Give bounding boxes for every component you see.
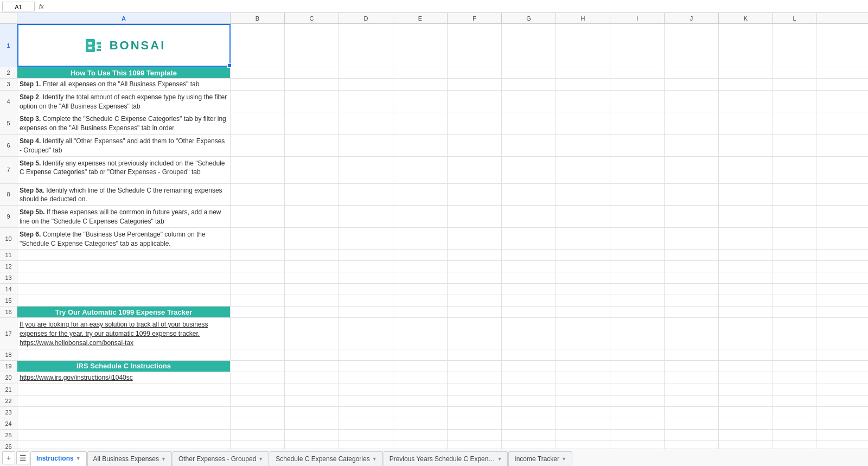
tab-other-expenses-grouped[interactable]: Other Expenses - Grouped ▼ xyxy=(173,451,269,467)
cell-l4[interactable] xyxy=(773,91,816,112)
cell-g2[interactable] xyxy=(502,67,556,78)
tab-income-tracker[interactable]: Income Tracker ▼ xyxy=(508,451,572,467)
cell-k1[interactable] xyxy=(719,24,773,67)
cell-h8[interactable] xyxy=(556,184,610,206)
cell-i5[interactable] xyxy=(610,112,665,134)
cell-reference[interactable]: A1 xyxy=(2,2,35,11)
cell-k8[interactable] xyxy=(719,184,773,206)
cell-f5[interactable] xyxy=(448,112,502,134)
cell-g8[interactable] xyxy=(502,184,556,206)
col-header-b[interactable]: B xyxy=(231,13,285,23)
col-header-d[interactable]: D xyxy=(339,13,393,23)
col-header-a[interactable]: A xyxy=(17,13,231,23)
cell-g6[interactable] xyxy=(502,135,556,156)
cell-f1[interactable] xyxy=(448,24,502,67)
col-header-f[interactable]: F xyxy=(448,13,502,23)
cell-l8[interactable] xyxy=(773,184,816,206)
col-header-k[interactable]: K xyxy=(719,13,773,23)
tab-previous-years[interactable]: Previous Years Schedule C Expen… ▼ xyxy=(384,451,508,467)
cell-h10[interactable] xyxy=(556,228,610,250)
cell-d3[interactable] xyxy=(339,79,393,90)
cell-c8[interactable] xyxy=(285,184,339,206)
cell-h2[interactable] xyxy=(556,67,610,78)
col-header-h[interactable]: H xyxy=(556,13,610,23)
cell-j4[interactable] xyxy=(665,91,719,112)
cell-b7[interactable] xyxy=(231,157,285,183)
cell-a16[interactable]: Try Our Automatic 1099 Expense Tracker xyxy=(17,307,231,317)
cell-d1[interactable] xyxy=(339,24,393,67)
cell-k10[interactable] xyxy=(719,228,773,250)
cell-a2[interactable]: How To Use This 1099 Template xyxy=(17,67,231,78)
cell-j5[interactable] xyxy=(665,112,719,134)
cell-d5[interactable] xyxy=(339,112,393,134)
tab-instructions[interactable]: Instructions ▼ xyxy=(30,451,87,467)
cell-g4[interactable] xyxy=(502,91,556,112)
cell-c9[interactable] xyxy=(285,206,339,227)
cell-h4[interactable] xyxy=(556,91,610,112)
cell-i7[interactable] xyxy=(610,157,665,183)
cell-h3[interactable] xyxy=(556,79,610,90)
cell-i10[interactable] xyxy=(610,228,665,250)
cell-f4[interactable] xyxy=(448,91,502,112)
cell-h6[interactable] xyxy=(556,135,610,156)
cell-k5[interactable] xyxy=(719,112,773,134)
formula-input[interactable] xyxy=(48,3,866,10)
cell-j3[interactable] xyxy=(665,79,719,90)
cell-g5[interactable] xyxy=(502,112,556,134)
cell-i2[interactable] xyxy=(610,67,665,78)
cell-b8[interactable] xyxy=(231,184,285,206)
cell-c7[interactable] xyxy=(285,157,339,183)
cell-i9[interactable] xyxy=(610,206,665,227)
col-header-g[interactable]: G xyxy=(502,13,556,23)
cell-d4[interactable] xyxy=(339,91,393,112)
cell-h5[interactable] xyxy=(556,112,610,134)
col-header-c[interactable]: C xyxy=(285,13,339,23)
cell-d6[interactable] xyxy=(339,135,393,156)
cell-g9[interactable] xyxy=(502,206,556,227)
cell-d10[interactable] xyxy=(339,228,393,250)
cell-c1[interactable] xyxy=(285,24,339,67)
cell-b6[interactable] xyxy=(231,135,285,156)
cell-c10[interactable] xyxy=(285,228,339,250)
cell-i3[interactable] xyxy=(610,79,665,90)
cell-l7[interactable] xyxy=(773,157,816,183)
cell-a6[interactable]: Step 4. Identify all "Other Expenses" an… xyxy=(17,135,231,156)
cell-a8[interactable]: Step 5a. Identify which line of the Sche… xyxy=(17,184,231,206)
cell-b2[interactable] xyxy=(231,67,285,78)
cell-d8[interactable] xyxy=(339,184,393,206)
tab-all-business-expenses[interactable]: All Business Expenses ▼ xyxy=(87,451,172,467)
cell-i4[interactable] xyxy=(610,91,665,112)
cell-d7[interactable] xyxy=(339,157,393,183)
cell-e9[interactable] xyxy=(393,206,448,227)
cell-a9[interactable]: Step 5b. If these expenses will be commo… xyxy=(17,206,231,227)
cell-b9[interactable] xyxy=(231,206,285,227)
cell-a17[interactable]: If you are looking for an easy solution … xyxy=(17,318,231,348)
cell-j6[interactable] xyxy=(665,135,719,156)
cell-k6[interactable] xyxy=(719,135,773,156)
cell-k4[interactable] xyxy=(719,91,773,112)
cell-l1[interactable] xyxy=(773,24,816,67)
cell-e4[interactable] xyxy=(393,91,448,112)
cell-a1[interactable]: BONSAI xyxy=(17,24,231,67)
cell-e3[interactable] xyxy=(393,79,448,90)
cell-f7[interactable] xyxy=(448,157,502,183)
cell-j10[interactable] xyxy=(665,228,719,250)
cell-a20[interactable]: https://www.irs.gov/instructions/i1040sc xyxy=(17,372,231,384)
cell-k3[interactable] xyxy=(719,79,773,90)
cell-a4[interactable]: Step 2. Identify the total amount of eac… xyxy=(17,91,231,112)
cell-j8[interactable] xyxy=(665,184,719,206)
cell-d9[interactable] xyxy=(339,206,393,227)
cell-i8[interactable] xyxy=(610,184,665,206)
cell-j9[interactable] xyxy=(665,206,719,227)
add-sheet-button[interactable]: + xyxy=(2,451,15,464)
irs-link[interactable]: https://www.irs.gov/instructions/i1040sc xyxy=(20,373,133,382)
col-header-e[interactable]: E xyxy=(393,13,448,23)
cell-f8[interactable] xyxy=(448,184,502,206)
tab-schedule-c[interactable]: Schedule C Expense Categories ▼ xyxy=(270,451,382,467)
cell-e1[interactable] xyxy=(393,24,448,67)
cell-f9[interactable] xyxy=(448,206,502,227)
cell-j7[interactable] xyxy=(665,157,719,183)
cell-i1[interactable] xyxy=(610,24,665,67)
col-header-l[interactable]: L xyxy=(773,13,816,23)
cell-e2[interactable] xyxy=(393,67,448,78)
